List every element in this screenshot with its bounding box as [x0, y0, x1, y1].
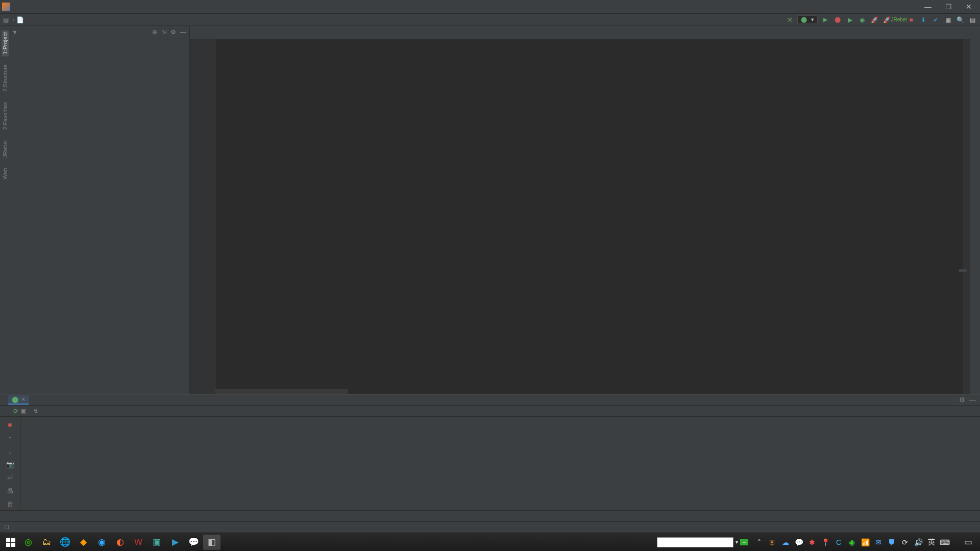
run-left-toolbar: ■ ↑ ↓ 📷 ⏎ 🖶 🗑 [0, 417, 20, 510]
run-config-selector[interactable]: ⬤ ▾ [797, 15, 818, 24]
status-progress-icon: ☐ [4, 524, 11, 531]
tray-shield-icon[interactable]: ⛨ [768, 538, 777, 547]
jrebel-debug-icon[interactable]: 🚀 [882, 15, 891, 24]
tray-net-icon[interactable]: 📶 [861, 538, 870, 547]
tray-safe-icon[interactable]: ⛊ [887, 538, 896, 547]
endpoints-subtab[interactable]: ↯ [33, 408, 38, 415]
taskbar-explorer-icon[interactable]: 🗂 [38, 535, 55, 550]
console-subtab[interactable]: ▣ [20, 408, 26, 415]
hide-icon[interactable]: — [180, 29, 186, 36]
web-toolwindow-button[interactable]: Web [2, 166, 9, 181]
hammer-icon[interactable]: ⚒ [785, 15, 794, 24]
project-panel: ⊕ ⇲ ⚙ — [10, 26, 190, 394]
favorites-toolwindow-button[interactable]: 2:Favorites [2, 100, 9, 132]
down-icon[interactable]: ↓ [6, 446, 15, 456]
project-header[interactable] [13, 29, 16, 36]
project-toolwindow-button[interactable]: 1:Project [2, 30, 9, 56]
console-output[interactable] [20, 417, 980, 510]
up-icon[interactable]: ↑ [6, 433, 15, 442]
layout-icon[interactable]: ▦ [943, 15, 952, 24]
maximize-button[interactable]: ☐ [939, 1, 958, 12]
project-tree[interactable] [10, 38, 189, 394]
expand-icon[interactable]: ⇲ [161, 29, 166, 36]
stop-icon[interactable]: ■ [6, 420, 15, 429]
taskbar-app1-icon[interactable]: ◐ [111, 535, 129, 550]
git-update-icon[interactable]: ⬇ [919, 15, 928, 24]
settings-icon[interactable]: ▤ [968, 15, 977, 24]
jrebel-toolwindow-button[interactable]: JRebel [2, 138, 9, 160]
tray-refresh-icon[interactable]: ⟳ [900, 538, 910, 547]
svg-rect-3 [11, 542, 15, 546]
taskbar-video-icon[interactable]: ▶ [166, 535, 184, 550]
tray-volume-icon[interactable]: 🔊 [914, 538, 923, 547]
taskbar-wechat-icon[interactable]: 💬 [185, 535, 202, 550]
bottom-toolstrip [0, 510, 980, 521]
status-bar: ☐ [0, 521, 980, 533]
svg-rect-1 [11, 538, 15, 542]
app-logo-icon [2, 3, 10, 11]
editor-tabs [190, 26, 970, 39]
chevron-right-icon: › [13, 17, 14, 22]
go-icon[interactable]: → [740, 539, 748, 545]
taskbar-edge-icon[interactable]: ◉ [93, 535, 110, 550]
run-gear-icon[interactable]: ⚙ [959, 396, 965, 404]
print-icon[interactable]: 🖶 [6, 486, 15, 495]
tray-c-icon[interactable]: C [834, 538, 843, 547]
tray-ime-icon[interactable]: ⌨ [940, 538, 949, 547]
svg-rect-2 [6, 542, 10, 546]
dropdown-icon[interactable]: ▾ [736, 539, 738, 545]
title-bar: — ☐ ✕ [0, 0, 980, 14]
left-toolwindow-strip: 1:Project 2:Structure 2:Favorites JRebel… [0, 26, 10, 394]
editor-zone [190, 26, 970, 394]
git-push-icon[interactable]: ✔ [931, 15, 940, 24]
taskbar-chrome-icon[interactable]: 🌐 [56, 535, 74, 550]
run-panel: ⬤ × ⚙ — ⟳ ▣ ↯ ■ ↑ ↓ 📷 ⏎ 🖶 🗑 [0, 394, 980, 510]
gear-icon[interactable]: ⚙ [170, 29, 176, 36]
taskbar-teams-icon[interactable]: ▣ [148, 535, 165, 550]
run-config-tab[interactable]: ⬤ × [8, 395, 30, 405]
rerun-icon[interactable]: ⟳ [13, 408, 18, 415]
address-input[interactable] [657, 537, 733, 547]
jrebel-run-icon[interactable]: 🚀 [870, 15, 879, 24]
wrap-icon[interactable]: ⏎ [6, 473, 15, 482]
taskbar-sublime-icon[interactable]: ◆ [75, 535, 92, 550]
taskbar-wps-icon[interactable]: W [130, 535, 147, 550]
tray-cloud-icon[interactable]: ☁ [781, 538, 790, 547]
ime-badge [959, 269, 967, 272]
folder-icon: ▤ [3, 16, 9, 23]
tray-chat-icon[interactable]: 💬 [794, 538, 803, 547]
tray-mail-icon[interactable]: ✉ [874, 538, 883, 547]
tray-wecom-icon[interactable]: ◉ [847, 538, 856, 547]
taskbar-notifications-icon[interactable]: ▭ [960, 535, 977, 550]
tray-lang-icon[interactable]: 英 [927, 538, 936, 547]
file-icon: 📄 [16, 16, 24, 23]
vertical-scrollbar[interactable] [963, 39, 970, 394]
horizontal-scrollbar[interactable] [215, 389, 348, 394]
stop-button[interactable]: ■ [906, 15, 916, 24]
start-button[interactable] [3, 535, 18, 549]
close-button[interactable]: ✕ [960, 1, 978, 12]
tray-pin-icon[interactable]: 📍 [821, 538, 830, 547]
right-toolwindow-strip [970, 26, 980, 394]
structure-toolwindow-button[interactable]: 2:Structure [2, 62, 9, 94]
jrebel-icon[interactable]: JRebel [894, 15, 903, 24]
tray-puzzle-icon[interactable]: ✱ [807, 538, 817, 547]
coverage-button[interactable]: ▶ [845, 15, 854, 24]
locate-icon[interactable]: ⊕ [152, 29, 157, 36]
profile-button[interactable]: ◉ [857, 15, 867, 24]
camera-icon[interactable]: 📷 [6, 460, 15, 469]
tray-up-icon[interactable]: ˄ [754, 538, 764, 547]
trash-icon[interactable]: 🗑 [6, 499, 15, 509]
search-icon[interactable]: 🔍 [955, 15, 965, 24]
nav-bar: ▤ › 📄 ⚒ ⬤ ▾ ▶ ◉ 🚀 🚀 JRebel ■ ⬇ ✔ ▦ 🔍 [0, 14, 980, 26]
chevron-down-icon: ▾ [811, 16, 814, 23]
taskbar-idea-icon[interactable]: ◧ [203, 535, 220, 550]
run-hide-icon[interactable]: — [969, 396, 976, 404]
code-editor[interactable] [215, 39, 963, 394]
run-button[interactable] [821, 15, 830, 24]
minimize-button[interactable]: — [919, 1, 937, 12]
debug-button[interactable] [833, 15, 842, 24]
taskbar-360-icon[interactable]: ◎ [19, 535, 37, 550]
windows-taskbar: ◎ 🗂 🌐 ◆ ◉ ◐ W ▣ ▶ 💬 ◧ ▾ → ˄ ⛨ ☁ 💬 ✱ 📍 C … [0, 533, 980, 551]
line-gutter [190, 39, 215, 394]
